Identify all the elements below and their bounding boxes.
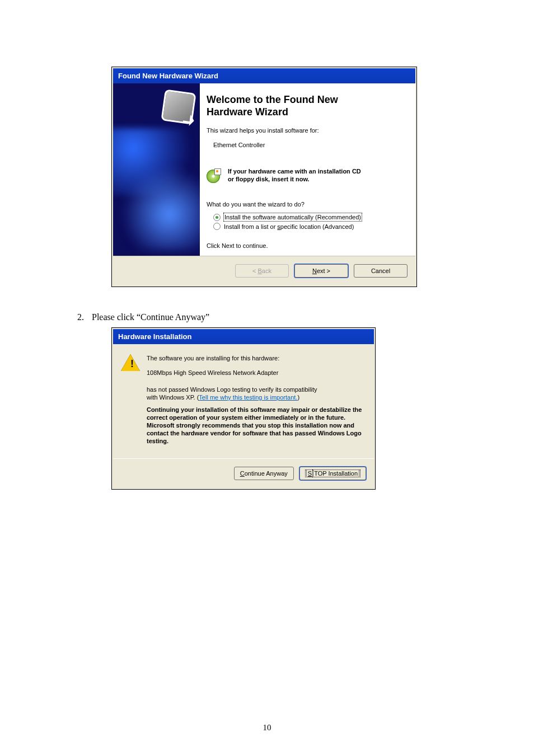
cd-icon (207, 167, 222, 183)
warning-icon (121, 354, 140, 371)
dialog1-title: Found New Hardware Wizard (118, 72, 218, 80)
instruction-number: 2. (77, 312, 90, 322)
continue-anyway-button[interactable]: Continue Anyway (234, 467, 294, 480)
found-new-hardware-wizard-dialog: Found New Hardware Wizard Welcome to the… (112, 67, 416, 287)
device-name: Ethernet Controller (213, 142, 409, 148)
cd-hint-row: If your hardware came with an installati… (207, 167, 409, 183)
logo-testing-link[interactable]: Tell me why this testing is important. (199, 394, 297, 401)
next-button[interactable]: Next > (294, 264, 348, 278)
radio-label-advanced: Install from a list or specific location… (224, 223, 354, 230)
wizard-subtext: This wizard helps you install software f… (207, 127, 409, 134)
cancel-button[interactable]: Cancel (354, 264, 407, 278)
wizard-heading: Welcome to the Found New Hardware Wizard (207, 93, 409, 118)
d2-warning-bold: Continuing your installation of this sof… (147, 406, 364, 445)
page-number: 10 (0, 723, 534, 732)
instruction-step: 2. Please click “Continue Anyway” (77, 312, 472, 322)
radio-option-automatic[interactable]: Install the software automatically (Reco… (213, 213, 409, 221)
d2-device: 108Mbps High Speed Wireless Network Adap… (147, 369, 364, 377)
wizard-footer-text: Click Next to continue. (207, 242, 409, 249)
radio-selected-icon (213, 214, 221, 221)
stop-installation-button[interactable]: STOP Installation (299, 467, 366, 480)
wizard-sidebar-graphic (113, 83, 200, 256)
dialog2-button-row: Continue Anyway STOP Installation (113, 458, 374, 488)
dialog2-titlebar: Hardware Installation (113, 329, 374, 344)
radio-label-automatic: Install the software automatically (Reco… (224, 213, 362, 221)
radio-unselected-icon (213, 223, 221, 230)
back-button: < Back (235, 264, 289, 278)
d2-logo-text: has not passed Windows Logo testing to v… (147, 386, 364, 401)
instruction-text: Please click “Continue Anyway” (92, 312, 209, 322)
hardware-installation-dialog: Hardware Installation The software you a… (112, 328, 375, 489)
dialog2-title: Hardware Installation (118, 332, 191, 341)
wizard-question: What do you want the wizard to do? (207, 201, 409, 208)
radio-option-advanced[interactable]: Install from a list or specific location… (213, 223, 409, 230)
dialog1-titlebar: Found New Hardware Wizard (113, 68, 415, 83)
dialog1-button-row: < Back Next > Cancel (113, 256, 415, 285)
d2-line1: The software you are installing for this… (147, 354, 364, 362)
